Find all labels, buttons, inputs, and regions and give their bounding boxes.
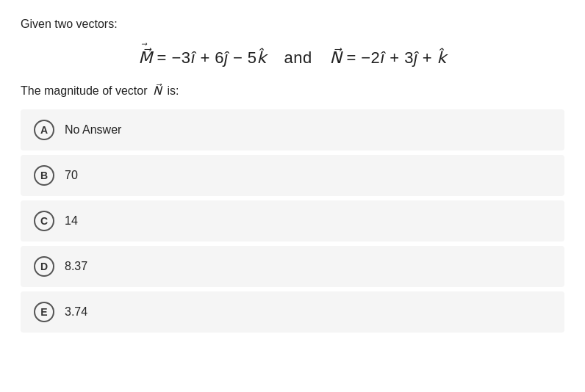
connector-and: and: [284, 48, 312, 67]
option-circle-c: C: [34, 211, 54, 231]
option-circle-b: B: [34, 165, 54, 186]
option-item-c[interactable]: C14: [21, 200, 564, 242]
option-item-b[interactable]: B70: [21, 155, 564, 196]
option-text-b: 70: [65, 169, 78, 182]
option-text-e: 3.74: [65, 305, 87, 319]
option-text-a: No Answer: [65, 123, 121, 137]
option-circle-a: A: [34, 120, 54, 140]
equation-block: ⃗ M⃗ = −3î + 6ĵ − 5k̂ and N⃗ = −2î + 3ĵ …: [21, 41, 564, 68]
M-vector: ⃗ M⃗ = −3î + 6ĵ − 5k̂: [138, 48, 270, 67]
option-circle-d: D: [34, 256, 54, 277]
option-item-a[interactable]: ANo Answer: [21, 109, 564, 150]
intro-text: Given two vectors:: [21, 18, 564, 31]
option-circle-e: E: [34, 302, 54, 322]
option-item-d[interactable]: D8.37: [21, 246, 564, 287]
question-text: The magnitude of vector N⃗ is:: [21, 84, 564, 98]
option-text-d: 8.37: [65, 260, 87, 273]
options-list: ANo AnswerB70C14D8.37E3.74: [21, 109, 564, 333]
option-item-e[interactable]: E3.74: [21, 291, 564, 333]
option-text-c: 14: [65, 214, 78, 228]
N-vector: N⃗ = −2î + 3ĵ + k̂: [330, 48, 447, 67]
